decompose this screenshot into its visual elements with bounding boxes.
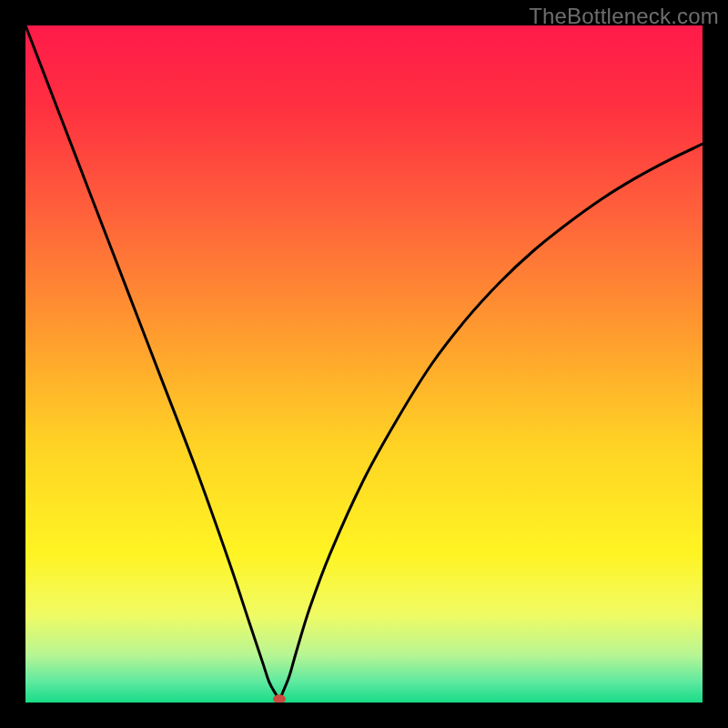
chart-frame: TheBottleneck.com <box>0 0 728 728</box>
attribution-label: TheBottleneck.com <box>529 4 719 29</box>
plot-area <box>25 25 703 703</box>
bottleneck-chart <box>25 25 703 703</box>
gradient-background <box>25 25 703 703</box>
